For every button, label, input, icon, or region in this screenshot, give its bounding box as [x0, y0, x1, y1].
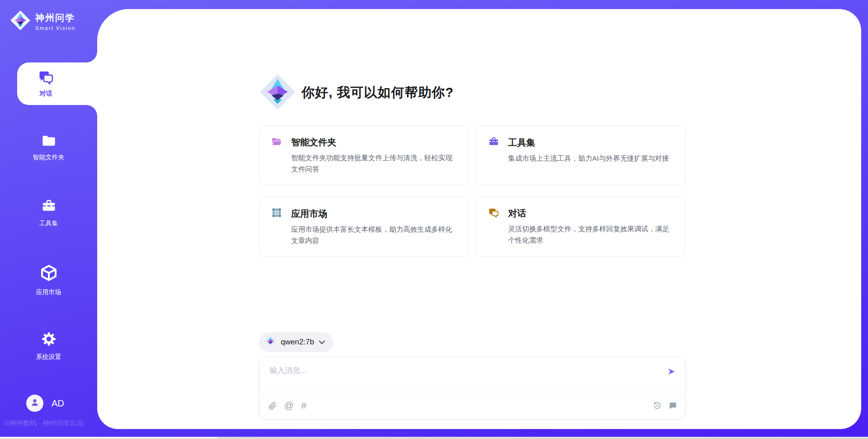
- sidebar-item-settings[interactable]: 系统设置: [0, 331, 97, 361]
- feature-cards: 智能文件夹 智能文件夹功能支持批量文件上传与清洗，轻松实现文件问答: [259, 126, 686, 257]
- person-icon: [29, 397, 40, 410]
- card-description: 智能文件夹功能支持批量文件上传与清洗，轻松实现文件问答: [291, 152, 457, 175]
- send-icon: [666, 371, 676, 377]
- toolbox-icon: [41, 198, 57, 215]
- card-title: 工具集: [508, 137, 535, 149]
- folder-open-icon: [271, 137, 282, 148]
- message-composer: @ #: [259, 357, 686, 420]
- attach-button[interactable]: [269, 401, 277, 410]
- card-description: 集成市场上主流工具，助力AI与外界无缝扩展与对接: [508, 153, 674, 164]
- chat-bubble-button[interactable]: [669, 401, 677, 410]
- hash-button[interactable]: #: [301, 401, 306, 411]
- sidebar-item-chat[interactable]: 对话: [17, 62, 97, 105]
- gear-icon: [41, 331, 57, 349]
- sidebar-item-label: 对话: [40, 90, 52, 98]
- card-title: 对话: [508, 207, 526, 220]
- sidebar-item-app-market[interactable]: 应用市场: [0, 263, 97, 296]
- card-app-market[interactable]: 应用市场 应用市场提供丰富长文本模板，助力高效生成多样化文章内容: [259, 197, 469, 257]
- send-button[interactable]: [666, 367, 676, 376]
- chevron-down-icon: [319, 338, 325, 346]
- model-logo-diamond-icon: [264, 335, 276, 349]
- cube-icon: [40, 263, 58, 284]
- sidebar-item-smart-folder[interactable]: 智能文件夹: [0, 134, 97, 162]
- scrollbar-thumb[interactable]: [217, 437, 868, 439]
- brand: 神州问学 Smart Vision: [10, 10, 75, 33]
- user-name: AD: [52, 398, 64, 409]
- copyright: ©神州数码 · 神州问学出品: [5, 419, 83, 428]
- history-icon: [653, 405, 661, 411]
- model-name: qwen2:7b: [281, 338, 314, 347]
- chat-icon: [488, 208, 499, 220]
- app-logo-diamond-icon: [259, 73, 296, 112]
- sidebar-item-label: 智能文件夹: [33, 153, 65, 162]
- sidebar: 神州问学 Smart Vision 对话 智能文件夹: [0, 0, 97, 439]
- card-description: 灵活切换多模型文件，支持多样回复效果调试，满足个性化需求: [508, 223, 674, 246]
- brand-subtitle: Smart Vision: [35, 25, 75, 31]
- sidebar-item-label: 应用市场: [36, 288, 61, 296]
- chat-bubble-icon: [669, 405, 677, 411]
- card-smart-folder[interactable]: 智能文件夹 智能文件夹功能支持批量文件上传与清洗，轻松实现文件问答: [259, 126, 469, 185]
- message-input[interactable]: [269, 365, 666, 391]
- paperclip-icon: [269, 405, 277, 412]
- card-chat[interactable]: 对话 灵活切换多模型文件，支持多样回复效果调试，满足个性化需求: [476, 197, 686, 257]
- model-selector[interactable]: qwen2:7b: [259, 332, 333, 352]
- card-description: 应用市场提供丰富长文本模板，助力高效生成多样化文章内容: [291, 224, 457, 246]
- main-panel: 你好, 我可以如何帮助你? 智能文件夹 智能文件夹功能支持批量文件上传与清洗，轻…: [97, 9, 861, 429]
- mention-button[interactable]: @: [284, 401, 293, 411]
- sidebar-item-toolset[interactable]: 工具集: [0, 198, 97, 228]
- folder-icon: [41, 134, 57, 149]
- chat-icon: [38, 70, 54, 86]
- brand-logo-diamond-icon: [10, 10, 31, 33]
- history-button[interactable]: [653, 401, 661, 410]
- card-title: 智能文件夹: [291, 136, 336, 148]
- avatar[interactable]: [26, 395, 43, 412]
- card-toolset[interactable]: 工具集 集成市场上主流工具，助力AI与外界无缝扩展与对接: [476, 126, 686, 185]
- card-title: 应用市场: [291, 208, 327, 220]
- user-account[interactable]: AD: [26, 395, 64, 412]
- greeting-title: 你好, 我可以如何帮助你?: [302, 84, 454, 102]
- sidebar-item-label: 工具集: [39, 220, 58, 228]
- sidebar-item-label: 系统设置: [36, 353, 61, 361]
- toolbox-icon: [488, 136, 499, 149]
- greeting: 你好, 我可以如何帮助你?: [259, 73, 686, 112]
- brand-name: 神州问学: [35, 12, 75, 24]
- horizontal-scrollbar[interactable]: [0, 437, 868, 439]
- app-grid-icon: [271, 207, 282, 220]
